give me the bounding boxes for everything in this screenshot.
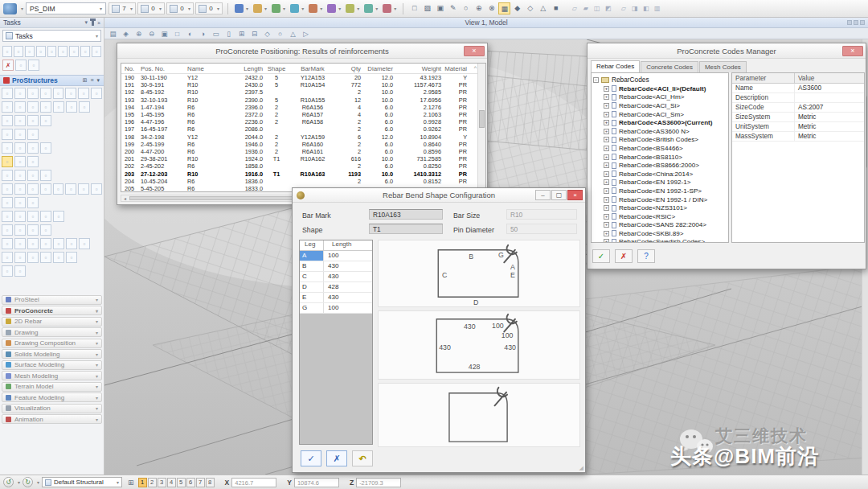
tool-icon[interactable]: ▫ — [40, 238, 51, 249]
view-toggle-7[interactable]: 7 — [196, 478, 205, 487]
snap-icon[interactable]: ▱ — [618, 3, 628, 14]
task-tool-icon[interactable]: ▫ — [69, 46, 79, 57]
leg-row[interactable]: G100 — [300, 303, 372, 314]
task-tool-icon[interactable]: ✗ — [2, 60, 14, 71]
column-header-no[interactable]: No. — [121, 65, 141, 72]
expand-icon[interactable]: + — [604, 146, 609, 151]
tool-icon[interactable]: ▫ — [66, 252, 77, 263]
tool-dropdown-button[interactable]: ▾ — [233, 2, 250, 15]
tool-icon[interactable]: ▫ — [78, 88, 89, 99]
view-titlebar[interactable]: View 1, Model — [104, 18, 868, 28]
tool-icon[interactable]: ▫ — [27, 238, 39, 249]
tool-icon[interactable]: ▫ — [2, 224, 13, 236]
view-tool-icon[interactable]: ◐ — [184, 29, 196, 39]
tool-icon[interactable]: ▫ — [14, 101, 26, 113]
view-tool-icon[interactable]: △ — [287, 29, 299, 39]
tool-icon[interactable]: ▫ — [53, 88, 64, 99]
close-button[interactable]: × — [567, 190, 583, 200]
app-logo-icon[interactable] — [3, 3, 17, 14]
tool-icon[interactable]: ▫ — [40, 211, 51, 222]
snap-icon[interactable]: ◧ — [641, 3, 651, 14]
tool-icon[interactable]: ▫ — [53, 211, 64, 222]
resize-grip[interactable]: ◢ — [579, 465, 583, 471]
tool-icon[interactable]: ▫ — [27, 88, 39, 99]
table-row[interactable]: 19130-9-191R102430.05R10A15477210.01157.… — [121, 81, 477, 88]
tree-root[interactable]: − RebarCodes — [593, 75, 727, 84]
expand-icon[interactable]: + — [604, 112, 609, 117]
model-selector[interactable]: PS_DIM ▾ — [26, 2, 106, 14]
tool-icon[interactable]: ▫ — [27, 197, 39, 208]
tree-item[interactable]: +RebarCode<AS3600 N> — [593, 127, 727, 136]
attribute-combo[interactable]: 0▾ — [137, 2, 165, 14]
tool-icon[interactable]: □ — [408, 2, 420, 14]
tool-icon[interactable]: ▫ — [2, 183, 13, 195]
view-tool-icon[interactable]: ▷ — [300, 29, 312, 39]
tree-item[interactable]: +RebarCode<ACI_Si> — [593, 101, 727, 110]
task-tool-icon[interactable]: ▫ — [36, 46, 46, 57]
view-tool-icon[interactable]: ▤ — [107, 29, 119, 39]
tool-dropdown-button[interactable]: ▾ — [252, 2, 268, 15]
tree-item[interactable]: +RebarCode<Swedish Codes> — [593, 238, 727, 243]
tool-icon[interactable]: ◆ — [511, 2, 523, 14]
bend-dialog-titlebar[interactable]: Rebar Bend Shape Configuration – ▢ × — [293, 188, 585, 203]
tool-icon[interactable]: ▫ — [27, 170, 39, 181]
expand-icon[interactable]: + — [604, 222, 609, 228]
tool-icon[interactable]: ▫ — [2, 88, 13, 99]
tool-icon[interactable]: ▫ — [66, 101, 77, 113]
bar-mark-field[interactable]: R10A163 — [369, 209, 443, 220]
task-tool-icon[interactable]: ▫ — [58, 46, 68, 57]
shape-field[interactable]: T1 — [369, 224, 443, 234]
snap-icon[interactable]: ◫ — [592, 3, 602, 14]
snap-icon[interactable]: ▥ — [652, 3, 662, 14]
tree-item[interactable]: +RebarCode<BS8666:2000> — [593, 161, 727, 170]
prostructures-header[interactable]: ProStructures ⊞ ≡ ▾ — [0, 75, 104, 86]
tool-icon[interactable]: ▫ — [2, 129, 13, 140]
tool-icon[interactable]: ▫ — [2, 170, 13, 181]
view-tool-icon[interactable]: ◇ — [261, 29, 273, 39]
tool-icon[interactable]: ▫ — [27, 115, 39, 126]
tool-icon[interactable]: △ — [537, 2, 549, 14]
view-tool-icon[interactable]: ⊖ — [145, 29, 158, 39]
maximize-button[interactable]: ▢ — [551, 190, 567, 200]
expand-icon[interactable]: + — [604, 94, 609, 100]
tool-icon[interactable]: ▫ — [79, 101, 90, 113]
tab-concrete-codes[interactable]: Concrete Codes — [641, 61, 698, 72]
cancel-button[interactable]: ✗ — [615, 249, 633, 263]
view-groups-icon[interactable]: ⊞ — [128, 479, 134, 487]
tool-icon[interactable]: ▫ — [14, 211, 26, 222]
table-row[interactable]: 20410-45-204R61836.026.00.8152PR — [121, 178, 477, 185]
tool-icon[interactable]: ○ — [460, 2, 472, 14]
pin-icon[interactable] — [92, 20, 94, 26]
table-row[interactable]: 1941-47-194R62396.02R6A15646.02.1276PR — [121, 104, 477, 111]
tab-mesh-codes[interactable]: Mesh Codes — [699, 61, 747, 72]
table-row[interactable]: 2004-47-200R61936.02R6A16126.00.8596PR — [121, 148, 477, 155]
snap-icon[interactable]: ▰ — [580, 3, 591, 14]
snap-icon[interactable]: ◩ — [603, 3, 613, 14]
tool-icon[interactable]: ▫ — [40, 170, 51, 181]
tool-icon[interactable]: ▫ — [2, 238, 13, 249]
expand-icon[interactable]: + — [604, 162, 609, 168]
tool-icon[interactable]: ■ — [550, 2, 562, 14]
view-tool-icon[interactable]: ▯ — [223, 29, 235, 39]
minimize-button[interactable]: – — [535, 190, 551, 200]
tool-icon[interactable]: ▫ — [14, 142, 26, 154]
sidebar-section-prosteel[interactable]: ProSteel▾ — [2, 295, 102, 305]
leg-row[interactable]: E430 — [300, 293, 372, 303]
view-tool-icon[interactable]: ◈ — [120, 29, 132, 39]
tool-icon[interactable]: ▫ — [14, 115, 26, 126]
tool-icon[interactable]: ▫ — [27, 183, 39, 195]
expand-icon[interactable]: + — [604, 129, 609, 134]
expand-icon[interactable]: + — [604, 86, 609, 92]
table-row[interactable]: 20129-38-201R101924.0T1R10A16261610.0731… — [121, 155, 477, 162]
tool-icon[interactable]: ▫ — [40, 142, 51, 154]
tool-icon[interactable]: ▫ — [40, 183, 51, 195]
tool-icon[interactable]: ▫ — [53, 101, 64, 113]
view-tool-icon[interactable]: ○ — [274, 29, 286, 39]
tool-icon[interactable]: ▫ — [14, 238, 26, 249]
column-header-shape[interactable]: Shape — [263, 65, 290, 72]
attribute-combo[interactable]: 0▾ — [166, 2, 194, 14]
column-header-length[interactable]: Length — [223, 65, 263, 72]
undo-button[interactable]: ↶ — [352, 450, 373, 466]
expand-icon[interactable]: + — [604, 188, 609, 194]
tree-item[interactable]: +RebarCode<ACI_Sm> — [593, 110, 727, 119]
